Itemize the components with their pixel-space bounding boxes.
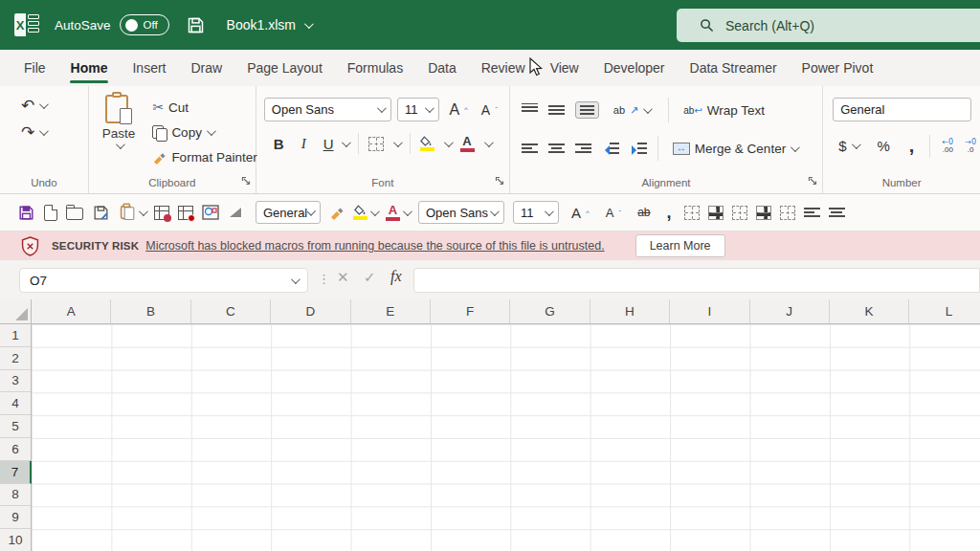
quick-decrease-font-button[interactable]: Aˇ bbox=[602, 204, 625, 222]
column-header-a[interactable]: A bbox=[32, 299, 111, 323]
column-header-f[interactable]: F bbox=[431, 299, 510, 323]
row-header-3[interactable]: 3 bbox=[0, 370, 31, 393]
quick-number-format-combo[interactable]: General bbox=[256, 201, 321, 224]
border-style-1-button[interactable] bbox=[684, 206, 700, 220]
new-file-button[interactable] bbox=[44, 205, 57, 221]
column-header-k[interactable]: K bbox=[830, 299, 909, 323]
decrease-decimal-button[interactable]: →0 .0 bbox=[965, 139, 976, 154]
quick-font-size-combo[interactable]: 11 bbox=[513, 201, 559, 224]
merge-center-button[interactable]: ↔ Merge & Center bbox=[669, 140, 801, 158]
clipboard-dialog-launcher-icon[interactable] bbox=[241, 174, 251, 188]
align-middle-button[interactable] bbox=[548, 103, 565, 118]
column-header-e[interactable]: E bbox=[351, 299, 431, 323]
excel-logo-icon[interactable]: X bbox=[14, 13, 39, 36]
column-header-c[interactable]: C bbox=[191, 299, 271, 323]
quick-font-name-combo[interactable]: Open Sans bbox=[418, 201, 504, 224]
chart-button[interactable] bbox=[202, 205, 219, 220]
quick-align-left-button[interactable] bbox=[804, 207, 820, 219]
borders-chevron-icon[interactable] bbox=[392, 138, 402, 147]
row-header-8[interactable]: 8 bbox=[0, 484, 31, 507]
row-header-9[interactable]: 9 bbox=[0, 506, 31, 529]
fill-color-chevron-icon[interactable] bbox=[443, 138, 453, 147]
name-box[interactable]: O7 bbox=[19, 268, 308, 293]
quick-align-center-button[interactable] bbox=[829, 207, 845, 219]
increase-font-size-button[interactable]: A^ bbox=[445, 99, 471, 121]
align-top-button[interactable] bbox=[522, 103, 538, 118]
orientation-button[interactable]: ab↗ bbox=[610, 102, 654, 119]
quick-comma-button[interactable]: , bbox=[662, 201, 675, 225]
select-all-corner[interactable] bbox=[0, 299, 32, 324]
redo-button[interactable]: ↷ bbox=[17, 121, 88, 143]
align-right-button[interactable] bbox=[575, 143, 591, 155]
autosave-toggle[interactable]: Off bbox=[120, 14, 169, 35]
formula-bar-resize-handle[interactable]: ⋮ bbox=[318, 272, 330, 286]
column-header-h[interactable]: H bbox=[590, 299, 670, 323]
copy-button[interactable]: Copy bbox=[148, 123, 260, 142]
border-style-3-button[interactable] bbox=[732, 206, 747, 220]
percent-format-button[interactable]: % bbox=[874, 136, 894, 156]
align-left-button[interactable] bbox=[522, 143, 538, 155]
learn-more-button[interactable]: Learn More bbox=[635, 234, 725, 257]
row-header-10[interactable]: 10 bbox=[0, 529, 31, 551]
insert-function-icon[interactable]: fx bbox=[390, 268, 402, 285]
cells-area[interactable] bbox=[32, 324, 980, 551]
column-header-i[interactable]: I bbox=[670, 299, 749, 323]
font-color-button[interactable]: A bbox=[460, 135, 475, 152]
column-header-j[interactable]: J bbox=[750, 299, 830, 323]
security-banner-message-link[interactable]: Microsoft has blocked macros from runnin… bbox=[145, 239, 604, 253]
tab-home[interactable]: Home bbox=[58, 50, 121, 86]
ruler-button[interactable] bbox=[228, 206, 243, 219]
alignment-dialog-launcher-icon[interactable] bbox=[808, 174, 817, 188]
underline-chevron-icon[interactable] bbox=[341, 138, 350, 147]
decrease-indent-button[interactable] bbox=[602, 143, 619, 154]
row-header-5[interactable]: 5 bbox=[0, 415, 31, 438]
decrease-font-size-button[interactable]: Aˇ bbox=[478, 100, 501, 120]
align-bottom-button[interactable] bbox=[575, 101, 599, 118]
increase-decimal-button[interactable]: ←0 .00 bbox=[942, 139, 953, 154]
open-file-button[interactable] bbox=[66, 205, 83, 220]
borders-button[interactable] bbox=[368, 137, 384, 151]
tab-page-layout[interactable]: Page Layout bbox=[234, 50, 335, 86]
tab-data[interactable]: Data bbox=[415, 50, 469, 86]
row-header-2[interactable]: 2 bbox=[0, 347, 31, 370]
font-dialog-launcher-icon[interactable] bbox=[495, 174, 504, 188]
row-header-6[interactable]: 6 bbox=[0, 438, 31, 461]
column-header-g[interactable]: G bbox=[510, 299, 590, 323]
tab-review[interactable]: Review bbox=[469, 50, 538, 86]
font-name-combo[interactable]: Open Sans bbox=[264, 98, 391, 121]
cut-button[interactable]: ✂ Cut bbox=[148, 98, 260, 117]
align-center-button[interactable] bbox=[548, 143, 565, 155]
row-header-1[interactable]: 1 bbox=[0, 324, 31, 347]
paste-quick-button[interactable] bbox=[119, 203, 145, 222]
table-record-button[interactable] bbox=[178, 206, 193, 220]
row-header-7-selected[interactable]: 7 bbox=[0, 461, 32, 484]
quick-fill-color-button[interactable] bbox=[353, 205, 377, 220]
tab-developer[interactable]: Developer bbox=[591, 50, 678, 86]
column-header-d[interactable]: D bbox=[271, 299, 350, 323]
format-painter-button[interactable]: Format Painter bbox=[148, 148, 260, 166]
tab-view[interactable]: View bbox=[538, 50, 591, 86]
formula-input[interactable] bbox=[413, 268, 980, 293]
save-as-button[interactable] bbox=[92, 204, 110, 222]
font-color-chevron-icon[interactable] bbox=[483, 138, 493, 147]
cancel-icon[interactable]: ✕ bbox=[337, 269, 349, 286]
undo-button[interactable]: ↶ bbox=[17, 94, 88, 117]
tab-draw[interactable]: Draw bbox=[178, 50, 234, 86]
column-header-l[interactable]: L bbox=[909, 299, 980, 323]
quick-increase-font-button[interactable]: A^ bbox=[568, 203, 593, 223]
tab-formulas[interactable]: Formulas bbox=[335, 50, 415, 86]
column-header-b[interactable]: B bbox=[111, 299, 190, 323]
comma-format-button[interactable]: , bbox=[905, 133, 919, 159]
tab-insert[interactable]: Insert bbox=[120, 50, 178, 86]
border-style-5-button[interactable] bbox=[780, 206, 795, 220]
paste-button[interactable]: Paste bbox=[102, 94, 136, 166]
save-icon[interactable] bbox=[186, 15, 206, 35]
bold-button[interactable]: B bbox=[270, 134, 288, 154]
row-header-4[interactable]: 4 bbox=[0, 392, 31, 415]
increase-indent-button[interactable] bbox=[630, 143, 647, 154]
font-size-combo[interactable]: 11 bbox=[397, 98, 439, 121]
underline-button[interactable]: U bbox=[320, 134, 338, 154]
number-format-combo[interactable]: General bbox=[833, 98, 971, 121]
enter-icon[interactable]: ✓ bbox=[364, 269, 376, 286]
table-properties-button[interactable] bbox=[154, 206, 169, 220]
